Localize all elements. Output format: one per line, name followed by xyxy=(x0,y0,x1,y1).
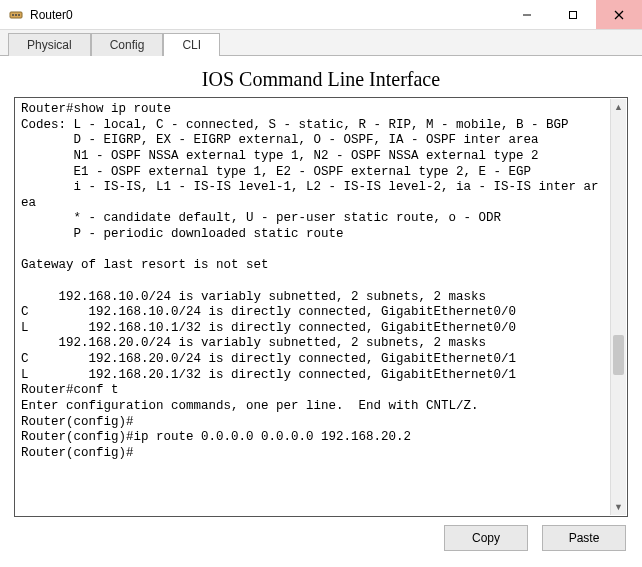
copy-button[interactable]: Copy xyxy=(444,525,528,551)
tab-physical[interactable]: Physical xyxy=(8,33,91,56)
svg-point-2 xyxy=(15,14,17,16)
svg-point-3 xyxy=(18,14,20,16)
scroll-thumb[interactable] xyxy=(613,335,624,375)
terminal-output[interactable]: Router#show ip route Codes: L - local, C… xyxy=(21,102,603,461)
page-title: IOS Command Line Interface xyxy=(14,68,628,91)
window-controls xyxy=(504,0,642,29)
window-title: Router0 xyxy=(30,8,73,22)
terminal-container: Router#show ip route Codes: L - local, C… xyxy=(14,97,628,517)
titlebar-left: Router0 xyxy=(0,7,73,23)
scrollbar[interactable]: ▲ ▼ xyxy=(610,99,626,515)
tab-config[interactable]: Config xyxy=(91,33,164,56)
svg-point-1 xyxy=(12,14,14,16)
minimize-button[interactable] xyxy=(504,0,550,29)
maximize-button[interactable] xyxy=(550,0,596,29)
close-button[interactable] xyxy=(596,0,642,29)
scroll-up-arrow-icon[interactable]: ▲ xyxy=(611,99,626,115)
tabbar: Physical Config CLI xyxy=(0,30,642,56)
svg-rect-5 xyxy=(570,11,577,18)
scroll-track[interactable] xyxy=(611,115,626,499)
terminal-viewport[interactable]: Router#show ip route Codes: L - local, C… xyxy=(17,100,607,514)
app-icon xyxy=(8,7,24,23)
button-row: Copy Paste xyxy=(14,525,628,551)
titlebar: Router0 xyxy=(0,0,642,30)
paste-button[interactable]: Paste xyxy=(542,525,626,551)
content-area: IOS Command Line Interface Router#show i… xyxy=(0,56,642,561)
scroll-down-arrow-icon[interactable]: ▼ xyxy=(611,499,626,515)
tab-cli[interactable]: CLI xyxy=(163,33,220,56)
